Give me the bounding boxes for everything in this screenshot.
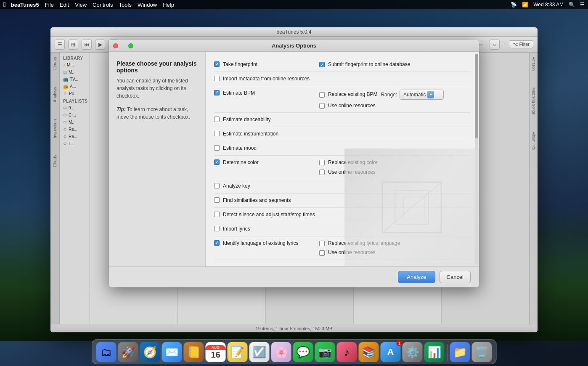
dock-divider [447,344,448,361]
sub-row-submit-fingerprint: Submit fingerprint to online database [319,61,410,68]
color-main: Determine color [214,159,311,166]
checkbox-use-online-bpm[interactable] [319,103,325,109]
checkbox-take-fingerprint[interactable] [214,61,220,67]
modal-options-panel: Take fingerprint Submit fingerprint to o… [206,52,479,266]
menu-edit[interactable]: Edit [60,2,69,8]
option-row-bpm: Estimate BPM Replace existing BPM Range:… [214,86,471,113]
checkbox-replace-color[interactable] [319,160,325,165]
traffic-lights [113,43,133,48]
key-main: Analyze key [214,183,311,190]
option-row-fingerprint: Take fingerprint Submit fingerprint to o… [214,58,471,72]
menu-controls[interactable]: Controls [93,2,113,8]
dock-ibooks[interactable]: 📚 [359,342,379,362]
dock-reminders[interactable]: ☑️ [249,342,270,362]
option-row-danceability: Estimate danceability [214,113,471,127]
analyze-button[interactable]: Analyze [398,271,435,283]
menubar:  beaTunes5 File Edit View Controls Tool… [0,0,588,9]
label-replace-bpm: Replace existing BPM [328,91,377,98]
dock-finder[interactable]: 🗂 [96,342,117,362]
label-color: Determine color [223,159,259,166]
dock-sysprefs[interactable]: ⚙️ [403,342,423,362]
menubar-radar-icon: 📡 [511,2,517,8]
label-lyrics: Import lyrics [223,225,250,233]
dock-launchpad[interactable]: 🚀 [118,342,138,362]
dock-messages[interactable]: 💬 [293,342,313,362]
similarities-main: Find similarities and segments [214,197,311,204]
checkbox-silence[interactable] [214,212,220,217]
cancel-button[interactable]: Cancel [440,271,471,283]
checkbox-use-online-color[interactable] [319,170,325,175]
checkbox-lyrics[interactable] [214,226,220,231]
bpm-sub: Replace existing BPM Range: Automatic ▾ [319,90,444,109]
menubar-search-icon[interactable]: 🔍 [569,2,575,8]
checkbox-danceability[interactable] [214,117,220,122]
menubar-list-icon[interactable]: ☰ [580,2,585,8]
menu-help[interactable]: Help [163,2,174,8]
dock-notes[interactable]: 📝 [228,342,248,362]
tip-prefix: Tip: [117,106,126,112]
menubar-cast-icon: 📶 [522,2,528,8]
dock-photos[interactable]: 🌸 [271,342,291,362]
select-arrow-icon: ▾ [427,91,434,98]
dock-folder[interactable]: 📁 [450,342,470,362]
language-main: Identify language of existing lyrics [214,240,311,247]
label-danceability: Estimate danceability [223,116,270,123]
instrumentation-main: Estimate instrumentation [214,130,311,138]
label-mood: Estimate mood [223,145,257,152]
menu-file[interactable]: File [45,2,54,8]
dock-appstore[interactable]: A [381,342,401,362]
dock-calendar[interactable]: AUG 16 [206,342,226,362]
checkbox-replace-lang[interactable] [319,241,325,246]
checkbox-key[interactable] [214,183,220,188]
checkbox-use-online-lyrics[interactable] [319,250,325,256]
dock-itunes[interactable]: ♪ [337,342,357,362]
range-label: Range: [381,92,397,98]
fingerprint-main: Take fingerprint [214,61,311,68]
label-instrumentation: Estimate instrumentation [223,130,278,138]
option-row-import-metadata: Import metadata from online resources [214,72,471,86]
maximize-button[interactable] [128,43,133,48]
app-window: beaTunes 5.0.4 ☰ ⊞ ⏮ ▶ ⏭ 0:00.00 ○ ↑ ⌥ F… [50,27,538,332]
label-key: Analyze key [223,183,250,190]
lyrics-main: Import lyrics [214,225,311,233]
dock-safari[interactable]: 🧭 [140,342,160,362]
menu-beatunes[interactable]: beaTunes5 [11,2,39,8]
dock-mail[interactable]: ✉️ [162,342,182,362]
dock-numbers[interactable]: 📊 [424,342,445,362]
fingerprint-sub: Submit fingerprint to online database [319,61,410,68]
checkbox-similarities[interactable] [214,197,220,203]
modal-title: Analysis Options [272,42,316,49]
label-use-online-bpm: Use online resources [328,102,376,109]
import-metadata-main: Import metadata from online resources [214,75,311,82]
menu-window[interactable]: Window [138,2,157,8]
range-select[interactable]: Automatic ▾ [400,90,444,100]
mood-main: Estimate mood [214,145,311,152]
sub-row-replace-bpm: Replace existing BPM Range: Automatic ▾ [319,90,444,100]
label-silence: Detect silence and adjust start/stop tim… [223,211,315,218]
label-estimate-bpm: Estimate BPM [223,90,255,97]
tip-body: To learn more about a task, move the mou… [117,106,190,120]
bpm-main: Estimate BPM [214,90,311,97]
dock-trash[interactable]: 🗑️ [472,342,492,362]
label-import-metadata: Import metadata from online resources [223,75,310,82]
checkbox-language[interactable] [214,240,220,246]
dock-facetime[interactable]: 📷 [315,342,335,362]
modal-overlay: Analysis Options Please choose your anal… [50,27,538,332]
label-submit-fingerprint: Submit fingerprint to online database [328,61,410,68]
checkbox-instrumentation[interactable] [214,131,220,136]
checkbox-import-metadata[interactable] [214,76,220,81]
apple-menu[interactable]:  [3,1,6,8]
menu-tools[interactable]: Tools [119,2,132,8]
checkbox-replace-bpm[interactable] [319,92,325,98]
dock-contacts[interactable]: 📒 [184,342,204,362]
checkbox-submit-fingerprint[interactable] [319,62,325,67]
svg-line-3 [382,182,441,233]
modal-titlebar: Analysis Options [109,40,479,52]
checkbox-mood[interactable] [214,145,220,151]
menu-view[interactable]: View [75,2,87,8]
checkbox-estimate-bpm[interactable] [214,90,220,95]
close-button[interactable] [113,43,118,48]
svg-rect-2 [403,197,424,218]
checkbox-color[interactable] [214,159,220,165]
label-language: Identify language of existing lyrics [223,240,298,247]
